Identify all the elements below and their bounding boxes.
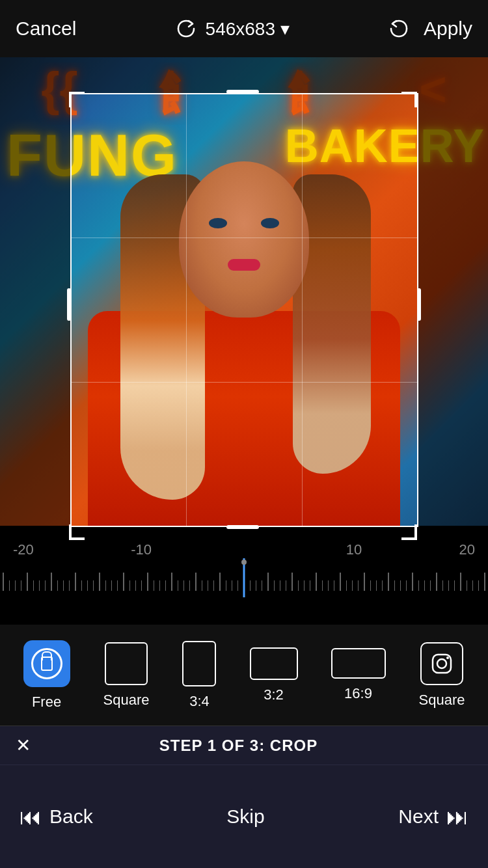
ruler-tick bbox=[21, 580, 21, 591]
ruler-label-10: 10 bbox=[346, 541, 362, 558]
ruler-tick bbox=[430, 580, 431, 591]
crop-options-bar: Free Square 3:4 3:2 16:9 Square bbox=[0, 625, 488, 726]
ruler-tick bbox=[460, 573, 461, 591]
ruler-tick bbox=[105, 580, 106, 591]
ruler-tick bbox=[291, 573, 293, 591]
ruler-tick bbox=[442, 580, 443, 591]
ruler-tick bbox=[226, 580, 226, 591]
crop-handle-right[interactable] bbox=[417, 288, 421, 321]
crop-handle-bottom-right[interactable] bbox=[401, 524, 417, 540]
ruler-tick bbox=[232, 580, 232, 591]
ruler-tick bbox=[15, 580, 16, 591]
ruler-tick bbox=[117, 580, 118, 591]
ruler-tick bbox=[454, 580, 455, 591]
ruler-tick bbox=[280, 580, 280, 591]
crop-option-16-9[interactable]: 16:9 bbox=[331, 648, 386, 702]
ruler-tick bbox=[400, 580, 401, 591]
ruler-container[interactable] bbox=[0, 558, 488, 604]
step-close-button[interactable]: ✕ bbox=[16, 735, 31, 756]
rotate-left-icon[interactable] bbox=[174, 17, 198, 40]
bottom-nav: ⏮ Back Skip Next ⏭ bbox=[0, 765, 488, 868]
ruler-tick bbox=[328, 580, 329, 591]
ruler-tick bbox=[388, 573, 389, 591]
ruler-tick bbox=[135, 580, 136, 591]
ruler-tick bbox=[129, 580, 130, 591]
crop-handle-left[interactable] bbox=[67, 288, 71, 321]
ruler-tick bbox=[382, 580, 383, 591]
crop-handle-top[interactable] bbox=[226, 90, 259, 94]
ruler-tick bbox=[394, 580, 395, 591]
back-button[interactable]: ⏮ Back bbox=[20, 804, 93, 830]
ruler-tick bbox=[69, 580, 70, 591]
crop-ig-label: Square bbox=[419, 692, 465, 709]
crop-option-free[interactable]: Free bbox=[23, 640, 70, 711]
cancel-button[interactable]: Cancel bbox=[16, 18, 76, 40]
ruler-tick bbox=[3, 573, 4, 591]
next-button[interactable]: Next ⏭ bbox=[398, 804, 468, 830]
crop-option-3-4[interactable]: 3:4 bbox=[182, 641, 216, 710]
step-banner: ✕ STEP 1 OF 3: CROP bbox=[0, 726, 488, 765]
step-text: STEP 1 OF 3: CROP bbox=[159, 737, 318, 755]
back-icon: ⏮ bbox=[20, 804, 42, 830]
crop-16-9-label: 16:9 bbox=[344, 685, 372, 702]
skip-button[interactable]: Skip bbox=[226, 806, 264, 828]
ruler-tick bbox=[370, 580, 371, 591]
ruler-tick bbox=[93, 580, 94, 591]
ruler-tick bbox=[256, 580, 256, 591]
ruler-tick bbox=[424, 580, 425, 591]
instagram-icon bbox=[420, 642, 463, 685]
crop-darken-left bbox=[0, 93, 70, 527]
ruler-tick bbox=[189, 580, 190, 591]
ruler-label-minus10: -10 bbox=[131, 541, 152, 558]
dimensions-label[interactable]: 546x683 ▾ bbox=[206, 18, 290, 40]
svg-point-2 bbox=[446, 657, 449, 659]
back-label: Back bbox=[49, 806, 93, 828]
ruler-tick bbox=[27, 573, 28, 591]
next-icon: ⏭ bbox=[446, 804, 468, 830]
ruler-tick bbox=[467, 580, 467, 591]
ruler-tick bbox=[436, 573, 437, 591]
crop-darken-right bbox=[418, 93, 488, 527]
ruler-tick bbox=[75, 573, 76, 591]
ruler-tick bbox=[165, 580, 166, 591]
crop-darken-top bbox=[0, 57, 488, 93]
crop-handle-bottom-left[interactable] bbox=[69, 524, 85, 540]
crop-border bbox=[70, 93, 418, 527]
ruler-tick bbox=[340, 573, 341, 591]
ruler-tick bbox=[237, 580, 238, 591]
16-9-icon bbox=[331, 648, 386, 679]
ruler-tick bbox=[412, 573, 413, 591]
ruler-tick bbox=[298, 580, 299, 591]
ruler-tick bbox=[33, 580, 34, 591]
ruler-tick bbox=[418, 580, 419, 591]
ruler-tick bbox=[316, 573, 317, 591]
ruler-label-20: 20 bbox=[459, 541, 475, 558]
top-bar: Cancel 546x683 ▾ Apply bbox=[0, 0, 488, 57]
crop-option-instagram[interactable]: Square bbox=[419, 642, 465, 709]
ruler-tick bbox=[178, 580, 178, 591]
ruler-tick bbox=[57, 580, 58, 591]
crop-handle-top-left[interactable] bbox=[69, 92, 85, 107]
ruler-center-dot bbox=[241, 560, 247, 565]
rotate-right-icon[interactable] bbox=[387, 17, 411, 40]
crop-handle-bottom[interactable] bbox=[226, 525, 259, 529]
crop-3-4-label: 3:4 bbox=[189, 693, 210, 710]
ruler-tick bbox=[219, 573, 221, 591]
ruler-tick bbox=[448, 580, 449, 591]
free-circle bbox=[31, 648, 62, 679]
crop-handle-top-right[interactable] bbox=[401, 92, 417, 107]
ruler-tick bbox=[154, 580, 154, 591]
top-bar-center: 546x683 ▾ bbox=[174, 17, 290, 40]
ruler-tick bbox=[267, 573, 269, 591]
ruler-tick bbox=[99, 573, 100, 591]
ruler-tick bbox=[141, 580, 142, 591]
crop-option-square[interactable]: Square bbox=[103, 642, 150, 709]
ruler-tick bbox=[364, 573, 365, 591]
next-label: Next bbox=[398, 806, 439, 828]
ruler-tick bbox=[123, 573, 124, 591]
ruler-labels: -20 -10 10 20 bbox=[0, 541, 488, 558]
ruler-tick bbox=[304, 580, 305, 591]
apply-button[interactable]: Apply bbox=[424, 18, 472, 40]
ruler-tick bbox=[81, 580, 82, 591]
crop-option-3-2[interactable]: 3:2 bbox=[250, 647, 298, 703]
